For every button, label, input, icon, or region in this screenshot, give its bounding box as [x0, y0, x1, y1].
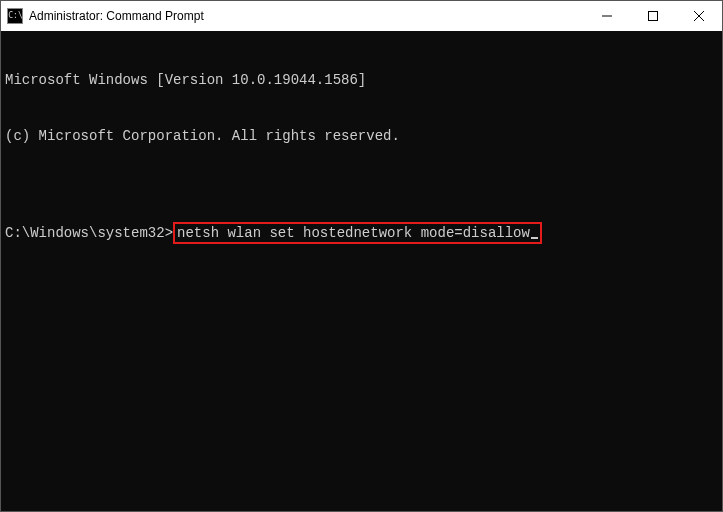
prompt-line: C:\Windows\system32>netsh wlan set hoste…	[5, 222, 718, 244]
copyright-line: (c) Microsoft Corporation. All rights re…	[5, 127, 718, 146]
minimize-icon	[602, 11, 612, 21]
maximize-icon	[648, 11, 658, 21]
command-prompt-window: C:\ Administrator: Command Prompt Micros…	[0, 0, 723, 512]
terminal-area[interactable]: Microsoft Windows [Version 10.0.19044.15…	[1, 31, 722, 511]
command-text: netsh wlan set hostednetwork mode=disall…	[177, 225, 530, 241]
window-controls	[584, 1, 722, 31]
window-title: Administrator: Command Prompt	[29, 9, 204, 23]
close-icon	[694, 11, 704, 21]
close-button[interactable]	[676, 1, 722, 31]
svg-rect-1	[649, 12, 658, 21]
minimize-button[interactable]	[584, 1, 630, 31]
title-bar[interactable]: C:\ Administrator: Command Prompt	[1, 1, 722, 31]
command-highlight: netsh wlan set hostednetwork mode=disall…	[173, 222, 542, 244]
cmd-icon: C:\	[7, 8, 23, 24]
prompt-text: C:\Windows\system32>	[5, 225, 173, 241]
maximize-button[interactable]	[630, 1, 676, 31]
version-line: Microsoft Windows [Version 10.0.19044.15…	[5, 71, 718, 90]
title-left: C:\ Administrator: Command Prompt	[7, 8, 204, 24]
text-cursor	[531, 237, 538, 239]
